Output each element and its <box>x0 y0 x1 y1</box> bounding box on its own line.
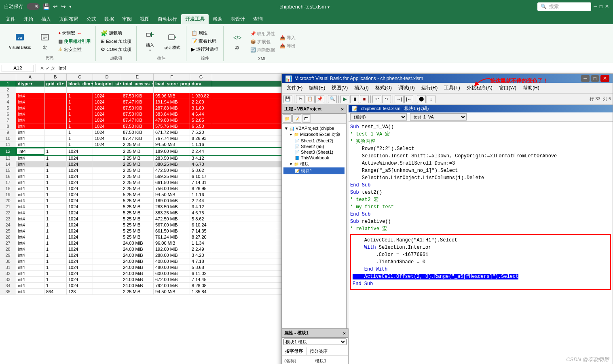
vba-menu-view[interactable]: 视图(V) <box>328 84 351 92</box>
design-mode-btn[interactable]: 设计模式 <box>162 31 183 52</box>
project-view-form[interactable]: 🗔 <box>302 114 311 123</box>
map-props-btn[interactable]: 📌 映射属性 <box>249 30 277 38</box>
search-box[interactable]: 🔍 搜索 <box>537 2 591 11</box>
com-addins-btn[interactable]: ⚙ COM 加载项 <box>99 46 133 53</box>
cell-c1[interactable]: block_dim ▼ <box>67 81 93 87</box>
vba-tool-breakpoint[interactable]: ⬤ <box>417 95 426 103</box>
row-num-2[interactable]: 2 <box>0 87 16 93</box>
project-view-code[interactable]: 📝 <box>292 114 301 123</box>
col-header-c[interactable]: C <box>67 74 93 80</box>
vba-menu-tools[interactable]: 工具(T) <box>441 84 463 92</box>
save-icon[interactable]: 💾 <box>43 3 50 10</box>
row-num-31[interactable]: 31 <box>0 265 16 270</box>
vba-minimize-btn[interactable]: ─ <box>581 75 590 82</box>
cell-f1[interactable]: load_store_prop ▼ <box>154 81 190 87</box>
vba-menu-file[interactable]: 文件(F) <box>283 84 306 92</box>
tab-file[interactable]: 文件 <box>2 14 19 24</box>
row-num-3[interactable]: 3 <box>0 93 16 99</box>
tab-page-layout[interactable]: 页面布局 <box>55 14 82 24</box>
module1-node[interactable]: 📝 模块1 <box>283 167 345 174</box>
cell-ref-input[interactable] <box>2 65 34 72</box>
tab-help[interactable]: 帮助 <box>209 14 226 24</box>
minimize-btn[interactable]: ─ <box>594 4 597 9</box>
row-num-14[interactable]: 14 <box>0 161 16 167</box>
project-root[interactable]: ▼ 📊 VBAProject (chipbe <box>283 125 345 131</box>
cell-d1[interactable]: footprint_si ▼ <box>93 81 121 87</box>
row-num-1[interactable]: 1 <box>0 81 16 87</box>
prop-tab-alpha[interactable]: 按字母序 <box>282 347 306 355</box>
excel-addins-btn[interactable]: ⊞ Excel 加载项 <box>99 38 133 45</box>
cell-b1[interactable]: grid_di ▼ <box>44 81 67 87</box>
row-num-35[interactable]: 35 <box>0 289 16 294</box>
vba-tool-indent[interactable]: →| <box>395 95 404 103</box>
row-num-15[interactable]: 15 <box>0 167 16 173</box>
relative-ref-btn[interactable]: ▦ 使用相对引用 <box>57 38 92 45</box>
row-num-18[interactable]: 18 <box>0 186 16 191</box>
refresh-btn[interactable]: 🔄 刷新数据 <box>249 46 277 54</box>
addins-btn[interactable]: 🧩 加载项 <box>99 29 133 37</box>
title-dropdown-icon[interactable]: ▾ <box>328 5 330 9</box>
row-num-16[interactable]: 16 <box>0 174 16 179</box>
visual-basic-btn[interactable]: VB Visual Basic <box>6 31 33 52</box>
col-header-g[interactable]: G <box>190 74 212 80</box>
project-close-btn[interactable]: × <box>341 107 344 112</box>
sheet2-node[interactable]: 📄 Sheet2 (a5) <box>283 144 345 149</box>
redo-icon[interactable]: ↪ <box>61 3 66 10</box>
vba-menu-addins[interactable]: 外接程序(A) <box>463 84 496 92</box>
cancel-formula-icon[interactable]: ✕ <box>40 66 44 71</box>
code-proc-select[interactable]: test_1_VA <box>410 113 467 121</box>
code-object-select[interactable]: (通用) <box>350 113 407 121</box>
row-num-33[interactable]: 33 <box>0 277 16 282</box>
vba-tool-stop[interactable]: ■ <box>360 95 369 103</box>
tab-insert[interactable]: 插入 <box>37 14 55 24</box>
sheet3-node[interactable]: 📄 Sheet3 (Sheet1) <box>283 149 345 155</box>
properties-close-btn[interactable]: × <box>343 331 346 336</box>
row-num-27[interactable]: 27 <box>0 240 16 246</box>
tab-home[interactable]: 开始 <box>19 14 37 24</box>
row-num-10[interactable]: 10 <box>0 135 16 141</box>
row-num-28[interactable]: 28 <box>0 246 16 252</box>
vba-tool-step[interactable]: ↓ <box>427 95 435 103</box>
autosave-toggle-btn[interactable]: 关 <box>27 3 40 10</box>
row-num-26[interactable]: 26 <box>0 234 16 240</box>
vba-menu-run[interactable]: 运行(R) <box>418 84 441 92</box>
row-num-22[interactable]: 22 <box>0 210 16 216</box>
vba-tool-run[interactable]: ▶ <box>340 95 349 103</box>
tab-query[interactable]: 查询 <box>249 14 267 24</box>
properties-btn[interactable]: 📋 属性 <box>190 29 220 37</box>
row-num-21[interactable]: 21 <box>0 204 16 210</box>
macro-btn[interactable]: 宏 <box>35 31 55 52</box>
code-area[interactable]: Sub test_1_VA() ' test_1_VA 宏 ' 实验内容 Row… <box>349 122 613 364</box>
vba-menu-help[interactable]: 帮助(H) <box>520 84 543 92</box>
record-macro-btn[interactable]: ● 录制宏 ← <box>57 29 92 37</box>
cell-g1[interactable]: dura <box>190 81 212 87</box>
row-num-30[interactable]: 30 <box>0 258 16 264</box>
col-header-f[interactable]: F <box>154 74 190 80</box>
row-num-9[interactable]: 9 <box>0 129 16 135</box>
formula-input[interactable] <box>57 66 611 71</box>
row-num-29[interactable]: 29 <box>0 252 16 258</box>
tab-view[interactable]: 视图 <box>136 14 154 24</box>
view-code-btn[interactable]: 📝 查看代码 <box>190 37 220 45</box>
autosave-toggle[interactable]: 关 <box>27 3 40 10</box>
vba-tool-redo[interactable]: ↪ <box>382 95 391 103</box>
vba-tool-pause[interactable]: ⏸ <box>350 95 359 103</box>
row-num-20[interactable]: 20 <box>0 198 16 203</box>
row-num-8[interactable]: 8 <box>0 123 16 129</box>
tab-formulas[interactable]: 公式 <box>82 14 100 24</box>
vba-tool-copy[interactable]: 📋 <box>306 95 315 103</box>
col-header-d[interactable]: D <box>93 74 121 80</box>
row-num-24[interactable]: 24 <box>0 222 16 228</box>
tab-automate[interactable]: 自动执行 <box>154 14 181 24</box>
row-num-25[interactable]: 25 <box>0 228 16 234</box>
module-select-dropdown[interactable]: 模块1 模块 <box>283 339 347 345</box>
vba-tool-undo[interactable]: ↩ <box>372 95 381 103</box>
source-btn[interactable]: </> 源 <box>227 32 247 52</box>
sheet1-node[interactable]: 📄 Sheet1 (Sheet2) <box>283 138 345 144</box>
cell-e1[interactable]: total_access_siz ▼ <box>121 81 154 87</box>
row-num-23[interactable]: 23 <box>0 216 16 222</box>
vba-close-btn[interactable]: ✕ <box>600 75 609 82</box>
insert-function-icon[interactable]: 𝑓𝑥 <box>51 66 55 71</box>
row-num-34[interactable]: 34 <box>0 283 16 288</box>
vba-menu-format[interactable]: 格式(O) <box>372 84 395 92</box>
